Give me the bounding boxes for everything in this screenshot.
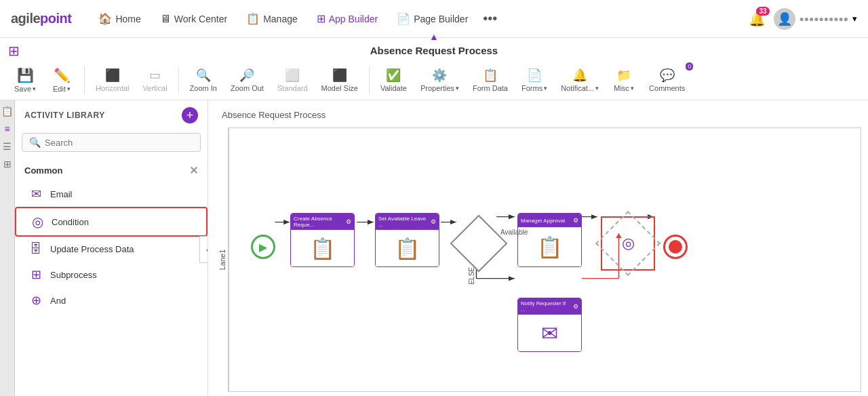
user-menu[interactable]: 👤 ●●●●●●●●●● ▾ [774,8,857,30]
process-title-bar: ▲ ⊞ Absence Request Process [0,38,868,60]
vertical-button[interactable]: ▭ Vertical [138,65,173,95]
end-node[interactable] [663,235,688,259]
properties-icon: ⚙️ [432,68,447,83]
zoom-in-label: Zoom In [190,84,217,92]
condition-diamond-node[interactable] [458,223,499,264]
collapse-nav-icon[interactable]: ▲ [429,31,439,42]
end-dot [669,240,682,254]
properties-button[interactable]: ⚙️ Properties ▾ [415,65,465,95]
condition2-icon: ◎ [622,235,635,252]
sidebar-item-update-process-data[interactable]: 🗄 Update Process Data [15,237,208,262]
comments-label: Comments [649,84,685,92]
comments-icon: 💬 [660,68,675,83]
else-flow-label: ELSE [468,267,475,285]
set-available-node[interactable]: Set Available Leave ... ⚙ 📋 [375,213,439,267]
notifications-toolbar-button[interactable]: 🔔 Notificat... ▾ [555,65,604,95]
nav-manage[interactable]: 📋 Manage [238,8,306,29]
available-flow-label: Available [500,229,528,236]
condition2-selected-node[interactable]: ◎ [601,216,655,271]
nav-appbuilder[interactable]: ⊞ App Builder [309,8,386,29]
sidebar-search-area: 🔍 [15,130,208,157]
set-available-label: Set Available Leave ... [378,216,427,228]
validate-icon: ✅ [386,68,401,83]
notifications-arrow-icon: ▾ [595,85,599,92]
nav-home[interactable]: 🏠 Home [90,8,149,29]
activity-library-title: ACTIVITY LIBRARY [24,111,105,120]
edit-button[interactable]: ✏️ Edit ▾ [45,64,79,96]
nav-manage-label: Manage [263,14,298,24]
form-data-button[interactable]: 📋 Form Data [467,65,513,95]
properties-arrow-icon: ▾ [456,85,459,92]
model-size-label: Model Size [321,84,358,92]
email-icon: ✉ [28,186,43,201]
process-title: Absence Request Process [370,41,498,60]
validate-button[interactable]: ✅ Validate [375,65,412,95]
toolbar: 💾 Save ▾ ✏️ Edit ▾ ⬛ Horizontal ▭ Vertic… [0,60,868,100]
search-input[interactable] [45,138,193,148]
appbuilder-icon: ⊞ [317,12,326,25]
create-absence-settings-icon[interactable]: ⚙ [346,218,351,225]
create-absence-node[interactable]: Create Absence Reque... ⚙ 📋 [290,213,355,267]
zoom-in-button[interactable]: 🔍 Zoom In [184,65,222,95]
set-available-settings-icon[interactable]: ⚙ [431,218,436,225]
close-section-button[interactable]: ✕ [189,164,198,177]
zoom-out-button[interactable]: 🔎 Zoom Out [225,65,269,95]
notifications-label: Notificat... [561,84,594,92]
more-menu-button[interactable]: ••• [479,7,501,31]
misc-button[interactable]: 📁 Misc ▾ [607,65,641,95]
manager-approval-node[interactable]: Manager Approval ⚙ 📋 [517,213,582,267]
standard-button[interactable]: ⬜ Standard [272,65,313,95]
manager-approval-settings-icon[interactable]: ⚙ [573,217,578,224]
vertical-icon: ▭ [149,68,161,83]
notifications-button[interactable]: 🔔 33 [749,11,766,27]
left-icon-bar: 📋 ≡ ☰ ⊞ [0,100,15,396]
lane-label: Lane1 [219,250,227,271]
zoom-out-label: Zoom Out [231,84,264,92]
play-icon: ▶ [259,241,267,254]
sidebar-item-email[interactable]: ✉ Email [15,181,208,207]
update-process-icon: 🗄 [28,242,43,256]
forms-label: Forms [521,84,542,92]
left-icon-1[interactable]: 📋 [1,106,13,117]
create-absence-label: Create Absence Reque... [294,216,342,228]
common-section-header: Common ✕ [15,160,208,181]
left-icon-2[interactable]: ≡ [4,123,9,134]
toolbar-sep-3 [369,66,370,94]
save-arrow-icon: ▾ [33,85,36,92]
common-section-label: Common [24,165,62,176]
notify-requester-label: Notify Requester If ... [521,300,570,313]
left-icon-3[interactable]: ☰ [3,141,12,152]
canvas-content[interactable]: Absence Request Process Lane1 [208,100,868,396]
logo-text: agilepoint [11,11,71,26]
misc-arrow-icon: ▾ [631,85,634,92]
comments-button[interactable]: 💬 0 Comments [644,65,690,95]
comments-badge: 0 [686,62,693,71]
subprocess-label: Subprocess [50,270,97,280]
model-size-button[interactable]: ⬛ Model Size [316,65,363,95]
left-icon-4[interactable]: ⊞ [3,159,12,170]
horizontal-button[interactable]: ⬛ Horizontal [90,65,135,95]
chevron-down-icon: ▾ [852,14,857,24]
start-node[interactable]: ▶ [251,235,275,259]
notify-requester-settings-icon[interactable]: ⚙ [573,303,578,310]
grid-icon[interactable]: ⊞ [8,43,20,59]
user-avatar: 👤 [774,8,795,30]
sidebar-header: ACTIVITY LIBRARY + [15,100,208,130]
misc-label: Misc [614,84,629,92]
set-available-proc-icon: 📋 [395,237,420,260]
sidebar-item-subprocess[interactable]: ⊞ Subprocess [15,262,208,288]
notify-requester-node[interactable]: Notify Requester If ... ⚙ ✉ [517,298,582,352]
form-data-label: Form Data [473,84,508,92]
sidebar-item-condition[interactable]: ◎ Condition [15,207,208,237]
search-box: 🔍 [22,133,201,152]
nav-workcenter[interactable]: 🖥 Work Center [152,9,235,29]
sidebar-collapse-button[interactable]: ‹ [199,236,208,263]
standard-label: Standard [277,84,308,92]
nav-pagebuilder[interactable]: 📄 Page Builder [389,8,476,29]
email-label: Email [50,189,73,199]
save-button[interactable]: 💾 Save ▾ [8,64,42,96]
sidebar-item-and[interactable]: ⊕ And [15,288,208,313]
forms-button[interactable]: 📄 Forms ▾ [516,65,553,95]
add-activity-button[interactable]: + [182,107,198,123]
user-name: ●●●●●●●●●● [800,14,848,24]
